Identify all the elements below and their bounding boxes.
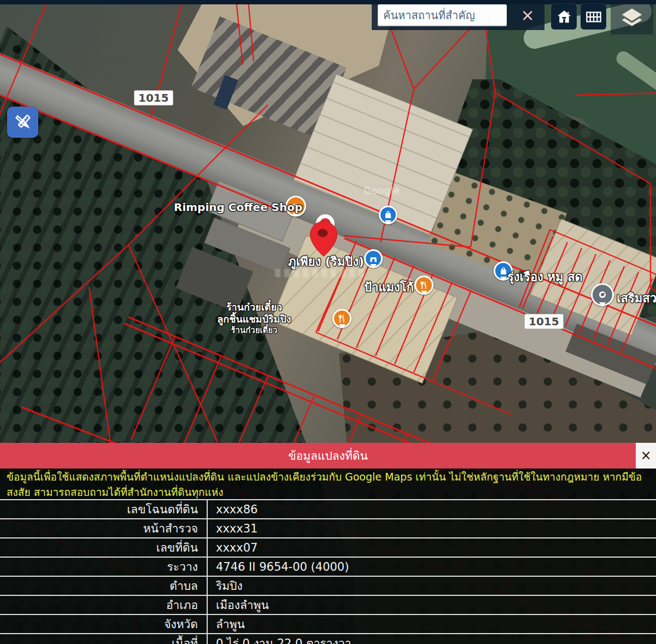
field-value: xxxx07 [208,538,656,557]
table-row: เลขที่ดิน xxxx07 [0,537,656,557]
field-value: 4746 II 9654-00 (4000) [208,558,656,576]
store-icon [368,254,378,264]
mango-restaurant-marker[interactable] [414,276,434,295]
measure-tools-button[interactable] [7,107,38,138]
table-row: ตำบล ริมปิง [0,576,656,595]
grid-view-button[interactable] [581,4,606,30]
field-label: เลขโฉนดที่ดิน [0,500,208,518]
field-label: จังหวัด [0,615,208,633]
field-value: 0 ไร่ 0 งาน 22.0 ตารางวา [208,634,656,644]
parcel-info-close-button[interactable]: × [636,443,656,469]
parcel-info-table: เลขโฉนดที่ดิน xxxx86 หน้าสำรวจ xxxx31 เล… [0,499,656,644]
noodle-shop-label-line2: ลูกชิ้นแชมป์ริมปิง [213,313,295,325]
parcel-info-title: ข้อมูลแปลงที่ดิน [288,447,368,465]
coffee-shop-label: Rimping Coffee Shop [174,201,302,214]
beauty-salon-label: เสริมสวย [617,289,656,308]
restaurant-utensils-icon [419,280,429,290]
grid-icon [586,9,601,25]
noodle-shop-label: ร้านก๋วยเตี๋ยว ลูกชิ้นแชมป์ริมปิง ร้านก๋… [213,301,295,336]
store-marker[interactable] [364,249,383,268]
table-row: อำเภอ เมืองลำพูน [0,595,656,614]
field-value: เมืองลำพูน [208,596,656,614]
search-bar: × [372,0,544,30]
field-label: ตำบล [0,577,208,595]
road-shield-1015-left: 1015 [134,91,173,105]
noodle-shop-label-line3: ร้านก๋วยเตี๋ยว [213,325,295,336]
pork-shop-label: รุ่งเรือง หมู สด [507,267,583,286]
beauty-icon [598,290,607,300]
shopping-bag-icon [383,210,393,220]
table-row: จังหวัด ลำพูน [0,614,656,633]
restaurant-utensils-icon [337,314,347,324]
mango-shop-label: ป้าแมงโก้ [364,278,414,297]
table-row: เนื้อที่ 0 ไร่ 0 งาน 22.0 ตารางวา [0,633,656,644]
table-row: หน้าสำรวจ xxxx31 [0,518,656,537]
field-value: ริมปิง [208,577,656,595]
field-value: xxxx31 [208,519,656,537]
pencil-ruler-icon [13,112,33,133]
map-watermark: Google [364,185,400,196]
layers-icon [620,5,644,30]
layers-button[interactable] [611,0,653,34]
shop-marker-road[interactable] [379,206,397,224]
table-row: ระวาง 4746 II 9654-00 (4000) [0,557,656,576]
beauty-salon-marker[interactable] [591,283,614,306]
shopping-bag-icon [499,266,508,276]
noodle-shop-label-line1: ร้านก๋วยเตี๋ยว [213,301,295,313]
selected-parcel-pin-icon[interactable] [309,221,338,257]
field-label: ระวาง [0,558,208,576]
field-label: เนื้อที่ [0,634,208,644]
noodle-restaurant-marker[interactable] [332,309,352,328]
table-row: เลขโฉนดที่ดิน xxxx86 [0,499,656,518]
search-clear-button[interactable]: × [511,0,544,30]
search-input[interactable] [378,4,507,26]
home-button[interactable] [551,4,577,30]
road-shield-1015-right: 1015 [525,314,563,329]
faint-label-artifact [275,269,367,277]
home-icon [557,9,572,25]
field-value: ลำพูน [208,615,656,633]
field-label: เลขที่ดิน [0,538,208,557]
land-parcel-map-app: 1015 1015 Google Rimping Coffee Shop ภูเ… [0,0,656,644]
field-label: อำเภอ [0,596,208,614]
field-label: หน้าสำรวจ [0,519,208,537]
parcel-info-header: ข้อมูลแปลงที่ดิน [0,443,656,469]
field-value: xxxx86 [208,500,656,518]
disclaimer-text: ข้อมูลนี้เพื่อใช้แสดงสภาพพื้นที่ตำแหน่งแ… [0,469,656,499]
